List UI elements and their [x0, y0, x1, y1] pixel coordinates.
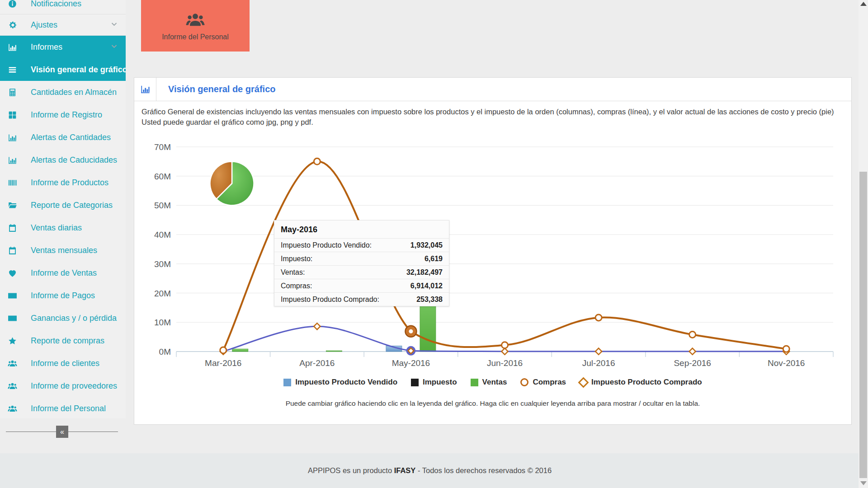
calendar-icon — [6, 246, 18, 255]
chart-canvas: 0M10M20M30M40M50M60M70MMar-2016Apr-2016M… — [140, 136, 845, 371]
sidebar-collapse-button[interactable]: « — [56, 426, 68, 438]
sidebar-item[interactable]: Informe del Personal — [0, 397, 126, 418]
legend-item-square[interactable]: Impuesto — [411, 378, 457, 387]
folder-icon — [6, 201, 18, 210]
sidebar-item-label: Informe de Registro — [31, 110, 102, 120]
sidebar: Notificaciones Ajustes Informes Visión g… — [0, 0, 126, 418]
sidebar-item[interactable]: Reporte de Categorias — [0, 194, 126, 216]
users-icon — [6, 359, 18, 368]
square-marker-icon — [471, 379, 478, 386]
stock-overview-chart: 0M10M20M30M40M50M60M70MMar-2016Apr-2016M… — [140, 136, 845, 371]
sidebar-item[interactable]: Alertas de Cantidades — [0, 126, 126, 149]
legend-item-circle[interactable]: Compras — [520, 378, 566, 387]
sidebar-item[interactable]: 0Informe de Pagos — [0, 284, 126, 307]
brand-name: IFASY — [394, 466, 416, 474]
sidebar-item-informes[interactable]: Informes — [0, 36, 126, 58]
sidebar-item-label: Informe de clientes — [31, 359, 99, 368]
svg-text:30M: 30M — [154, 259, 171, 269]
sidebar-item-label: Ajustes — [31, 20, 57, 30]
svg-text:40M: 40M — [154, 230, 171, 239]
tile-label: Informe del Personal — [162, 33, 229, 41]
sidebar-item-label: Informe de Pagos — [31, 291, 95, 300]
shortcut-tile-informe-personal[interactable]: Informe del Personal — [141, 0, 250, 52]
calendar-icon — [6, 223, 18, 233]
barcode-icon — [6, 178, 18, 188]
sidebar-item[interactable]: Ventas diarias — [0, 216, 126, 239]
svg-text:Nov-2016: Nov-2016 — [768, 358, 805, 368]
chart-tooltip: May-2016 Impuesto Producto Vendido:1,932… — [274, 220, 449, 306]
money-icon: 0 — [6, 291, 18, 300]
sidebar-item-label: Ventas mensuales — [31, 246, 97, 255]
legend-label: Compras — [533, 378, 566, 387]
chart-note: Puede cambiar gráfico haciendo clic en l… — [134, 399, 852, 408]
tooltip-row: Compras:6,914,012 — [274, 279, 449, 292]
svg-text:Sep-2016: Sep-2016 — [674, 358, 711, 368]
sidebar-item[interactable]: Informe de clientes — [0, 352, 126, 375]
legend-label: Impuesto — [423, 378, 457, 387]
users-icon — [6, 404, 18, 413]
square-marker-icon — [283, 379, 291, 386]
sidebar-item-label: Informe de Productos — [31, 178, 108, 188]
sidebar-item-label: Informes — [31, 42, 62, 52]
svg-text:70M: 70M — [154, 142, 171, 152]
svg-text:10M: 10M — [154, 318, 171, 327]
sidebar-item-label: Notificaciones — [31, 0, 81, 9]
svg-text:50M: 50M — [154, 201, 171, 210]
sidebar-item-label: Cantidades en Almacén — [31, 88, 117, 97]
panel-header: Visión general de gráfico — [134, 78, 851, 101]
sidebar-item-vision-general[interactable]: Visión general de gráfico — [0, 58, 126, 81]
panel-description: Gráfico General de existencias incluyend… — [142, 107, 844, 127]
sidebar-item[interactable]: Ventas mensuales — [0, 239, 126, 262]
svg-text:20M: 20M — [154, 289, 171, 298]
bar-chart-icon — [6, 155, 18, 165]
gear-icon — [6, 20, 18, 30]
bar-chart-icon — [6, 42, 18, 52]
chevron-down-icon — [111, 42, 118, 52]
legend-label: Impuesto Producto Vendido — [295, 378, 397, 387]
tooltip-row: Ventas:32,182,497 — [274, 265, 449, 279]
sidebar-item-label: Alertas de Cantidades — [31, 133, 111, 142]
svg-text:Jun-2016: Jun-2016 — [487, 358, 523, 368]
sidebar-item-label: Ganancias y / o pérdida — [31, 314, 117, 323]
sidebar-item[interactable]: Cantidades en Almacén — [0, 81, 126, 103]
calculator-icon — [6, 88, 18, 97]
svg-text:Apr-2016: Apr-2016 — [299, 358, 335, 368]
tooltip-row: Impuesto Producto Comprado:253,338 — [274, 292, 449, 306]
sidebar-menu: Cantidades en AlmacénInforme de Registro… — [0, 81, 126, 418]
heart-icon — [6, 268, 18, 278]
sidebar-item-notificaciones[interactable]: Notificaciones — [0, 0, 126, 14]
legend-item-diamond[interactable]: Impuesto Producto Comprado — [580, 378, 702, 387]
bar-chart-icon — [6, 133, 18, 142]
circle-marker-icon — [520, 378, 528, 386]
tooltip-row: Impuesto Producto Vendido:1,932,045 — [274, 238, 449, 252]
users-icon — [6, 381, 18, 391]
legend-item-square[interactable]: Ventas — [471, 378, 507, 387]
sidebar-item[interactable]: 0Ganancias y / o pérdida — [0, 307, 126, 329]
svg-text:Mar-2016: Mar-2016 — [205, 358, 241, 368]
legend-item-square[interactable]: Impuesto Producto Vendido — [283, 378, 397, 387]
scroll-down-icon[interactable] — [860, 481, 867, 485]
tooltip-row: Impuesto:6,619 — [274, 252, 449, 265]
sidebar-item[interactable]: Informe de Productos — [0, 171, 126, 194]
chart-legend: Impuesto Producto VendidoImpuestoVentasC… — [134, 378, 852, 387]
square-marker-icon — [411, 379, 419, 386]
svg-text:60M: 60M — [154, 172, 171, 181]
svg-text:May-2016: May-2016 — [392, 358, 430, 368]
sidebar-item[interactable]: Informe de proveedores — [0, 375, 126, 397]
sidebar-item-ajustes[interactable]: Ajustes — [0, 14, 126, 36]
vertical-scrollbar[interactable] — [859, 0, 868, 488]
footer: APPIPOS es un producto IFASY - Todos los… — [0, 453, 859, 488]
scroll-up-icon[interactable] — [860, 2, 867, 6]
sidebar-item[interactable]: Informe de Ventas — [0, 262, 126, 284]
sidebar-item[interactable]: Alertas de Caducidades — [0, 149, 126, 171]
scrollbar-thumb[interactable] — [859, 172, 867, 478]
legend-label: Ventas — [482, 378, 507, 387]
sidebar-item-label: Informe de Ventas — [31, 268, 97, 278]
star-icon — [6, 336, 18, 346]
svg-text:0M: 0M — [159, 347, 171, 357]
sidebar-item[interactable]: Reporte de compras — [0, 329, 126, 352]
users-icon — [186, 10, 205, 31]
sidebar-item-label: Alertas de Caducidades — [31, 155, 117, 165]
menu-icon — [6, 65, 18, 75]
sidebar-item[interactable]: Informe de Registro — [0, 103, 126, 126]
